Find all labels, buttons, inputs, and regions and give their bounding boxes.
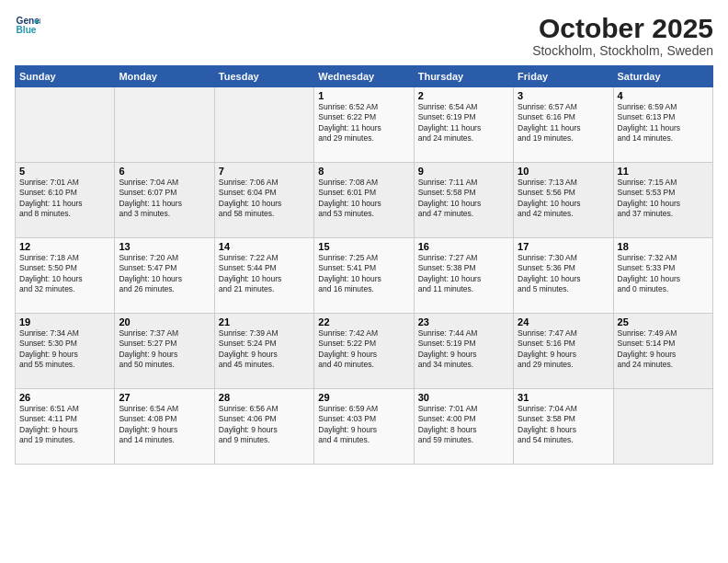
day-cell: 23Sunrise: 7:44 AM Sunset: 5:19 PM Dayli… xyxy=(414,314,513,389)
day-number: 10 xyxy=(518,166,609,177)
day-number: 18 xyxy=(618,241,709,252)
day-cell: 16Sunrise: 7:27 AM Sunset: 5:38 PM Dayli… xyxy=(414,238,513,314)
day-number: 14 xyxy=(219,241,310,252)
week-row-5: 26Sunrise: 6:51 AM Sunset: 4:11 PM Dayli… xyxy=(16,389,713,465)
day-number: 27 xyxy=(119,392,210,403)
week-row-4: 19Sunrise: 7:34 AM Sunset: 5:30 PM Dayli… xyxy=(16,314,713,389)
day-cell: 9Sunrise: 7:11 AM Sunset: 5:58 PM Daylig… xyxy=(414,163,513,238)
day-cell xyxy=(115,87,214,163)
day-cell: 26Sunrise: 6:51 AM Sunset: 4:11 PM Dayli… xyxy=(16,389,115,465)
calendar-title: October 2025 xyxy=(532,13,713,43)
day-number: 8 xyxy=(318,166,409,177)
day-number: 21 xyxy=(219,316,310,327)
day-info: Sunrise: 7:15 AM Sunset: 5:53 PM Dayligh… xyxy=(618,178,709,220)
day-cell: 11Sunrise: 7:15 AM Sunset: 5:53 PM Dayli… xyxy=(613,163,712,238)
day-cell: 4Sunrise: 6:59 AM Sunset: 6:13 PM Daylig… xyxy=(613,87,712,163)
day-info: Sunrise: 7:34 AM Sunset: 5:30 PM Dayligh… xyxy=(19,328,110,371)
day-cell: 1Sunrise: 6:52 AM Sunset: 6:22 PM Daylig… xyxy=(314,87,414,163)
calendar-table: SundayMondayTuesdayWednesdayThursdayFrid… xyxy=(15,65,713,465)
weekday-monday: Monday xyxy=(115,66,214,87)
day-number: 12 xyxy=(19,241,110,252)
day-cell: 27Sunrise: 6:54 AM Sunset: 4:08 PM Dayli… xyxy=(115,389,214,465)
logo-icon: General Blue xyxy=(15,13,40,39)
day-info: Sunrise: 6:51 AM Sunset: 4:11 PM Dayligh… xyxy=(19,404,110,446)
day-number: 13 xyxy=(119,241,210,252)
weekday-tuesday: Tuesday xyxy=(214,66,313,87)
day-number: 30 xyxy=(418,392,509,403)
day-info: Sunrise: 6:56 AM Sunset: 4:06 PM Dayligh… xyxy=(219,404,310,446)
day-cell: 10Sunrise: 7:13 AM Sunset: 5:56 PM Dayli… xyxy=(514,163,613,238)
day-number: 26 xyxy=(19,392,110,403)
day-cell: 15Sunrise: 7:25 AM Sunset: 5:41 PM Dayli… xyxy=(314,238,414,314)
day-info: Sunrise: 7:37 AM Sunset: 5:27 PM Dayligh… xyxy=(119,328,210,371)
day-cell: 5Sunrise: 7:01 AM Sunset: 6:10 PM Daylig… xyxy=(16,163,115,238)
day-info: Sunrise: 7:39 AM Sunset: 5:24 PM Dayligh… xyxy=(219,328,310,371)
day-info: Sunrise: 7:06 AM Sunset: 6:04 PM Dayligh… xyxy=(219,178,310,220)
day-number: 3 xyxy=(518,90,609,101)
day-info: Sunrise: 6:54 AM Sunset: 4:08 PM Dayligh… xyxy=(119,404,210,446)
day-info: Sunrise: 7:01 AM Sunset: 4:00 PM Dayligh… xyxy=(418,404,509,446)
day-info: Sunrise: 6:54 AM Sunset: 6:19 PM Dayligh… xyxy=(418,102,509,144)
day-cell: 18Sunrise: 7:32 AM Sunset: 5:33 PM Dayli… xyxy=(613,238,712,314)
day-number: 15 xyxy=(318,241,409,252)
day-cell: 29Sunrise: 6:59 AM Sunset: 4:03 PM Dayli… xyxy=(314,389,414,465)
day-info: Sunrise: 7:18 AM Sunset: 5:50 PM Dayligh… xyxy=(19,253,110,295)
day-number: 19 xyxy=(19,316,110,327)
day-cell xyxy=(16,87,115,163)
day-info: Sunrise: 7:22 AM Sunset: 5:44 PM Dayligh… xyxy=(219,253,310,295)
day-cell: 24Sunrise: 7:47 AM Sunset: 5:16 PM Dayli… xyxy=(514,314,613,389)
day-cell: 8Sunrise: 7:08 AM Sunset: 6:01 PM Daylig… xyxy=(314,163,414,238)
day-number: 1 xyxy=(318,90,409,101)
day-cell: 30Sunrise: 7:01 AM Sunset: 4:00 PM Dayli… xyxy=(414,389,513,465)
day-info: Sunrise: 7:32 AM Sunset: 5:33 PM Dayligh… xyxy=(618,253,709,295)
day-cell: 6Sunrise: 7:04 AM Sunset: 6:07 PM Daylig… xyxy=(115,163,214,238)
day-cell: 28Sunrise: 6:56 AM Sunset: 4:06 PM Dayli… xyxy=(214,389,313,465)
day-cell: 12Sunrise: 7:18 AM Sunset: 5:50 PM Dayli… xyxy=(16,238,115,314)
day-cell xyxy=(613,389,712,465)
day-cell: 7Sunrise: 7:06 AM Sunset: 6:04 PM Daylig… xyxy=(214,163,313,238)
day-number: 23 xyxy=(418,316,509,327)
day-number: 22 xyxy=(318,316,409,327)
day-cell: 13Sunrise: 7:20 AM Sunset: 5:47 PM Dayli… xyxy=(115,238,214,314)
day-info: Sunrise: 7:08 AM Sunset: 6:01 PM Dayligh… xyxy=(318,178,409,220)
day-info: Sunrise: 7:13 AM Sunset: 5:56 PM Dayligh… xyxy=(518,178,609,220)
day-number: 2 xyxy=(418,90,509,101)
title-block: October 2025 Stockholm, Stockholm, Swede… xyxy=(532,13,713,58)
day-cell: 17Sunrise: 7:30 AM Sunset: 5:36 PM Dayli… xyxy=(514,238,613,314)
day-info: Sunrise: 6:57 AM Sunset: 6:16 PM Dayligh… xyxy=(518,102,609,144)
calendar-subtitle: Stockholm, Stockholm, Sweden xyxy=(532,43,713,58)
day-info: Sunrise: 7:20 AM Sunset: 5:47 PM Dayligh… xyxy=(119,253,210,295)
week-row-1: 1Sunrise: 6:52 AM Sunset: 6:22 PM Daylig… xyxy=(16,87,713,163)
day-cell: 22Sunrise: 7:42 AM Sunset: 5:22 PM Dayli… xyxy=(314,314,414,389)
day-cell: 20Sunrise: 7:37 AM Sunset: 5:27 PM Dayli… xyxy=(115,314,214,389)
day-cell: 14Sunrise: 7:22 AM Sunset: 5:44 PM Dayli… xyxy=(214,238,313,314)
day-number: 17 xyxy=(518,241,609,252)
day-info: Sunrise: 7:49 AM Sunset: 5:14 PM Dayligh… xyxy=(618,328,709,371)
weekday-wednesday: Wednesday xyxy=(314,66,414,87)
day-number: 9 xyxy=(418,166,509,177)
day-number: 16 xyxy=(418,241,509,252)
day-info: Sunrise: 7:27 AM Sunset: 5:38 PM Dayligh… xyxy=(418,253,509,295)
day-number: 31 xyxy=(518,392,609,403)
day-info: Sunrise: 6:59 AM Sunset: 4:03 PM Dayligh… xyxy=(318,404,409,446)
page: General Blue October 2025 Stockholm, Sto… xyxy=(0,0,728,563)
day-info: Sunrise: 7:44 AM Sunset: 5:19 PM Dayligh… xyxy=(418,328,509,371)
day-number: 11 xyxy=(618,166,709,177)
day-info: Sunrise: 6:59 AM Sunset: 6:13 PM Dayligh… xyxy=(618,102,709,144)
day-info: Sunrise: 7:47 AM Sunset: 5:16 PM Dayligh… xyxy=(518,328,609,371)
day-cell xyxy=(214,87,313,163)
day-cell: 25Sunrise: 7:49 AM Sunset: 5:14 PM Dayli… xyxy=(613,314,712,389)
header: General Blue October 2025 Stockholm, Sto… xyxy=(15,13,713,58)
day-number: 29 xyxy=(318,392,409,403)
day-info: Sunrise: 7:42 AM Sunset: 5:22 PM Dayligh… xyxy=(318,328,409,371)
day-cell: 21Sunrise: 7:39 AM Sunset: 5:24 PM Dayli… xyxy=(214,314,313,389)
day-number: 6 xyxy=(119,166,210,177)
day-cell: 2Sunrise: 6:54 AM Sunset: 6:19 PM Daylig… xyxy=(414,87,513,163)
week-row-3: 12Sunrise: 7:18 AM Sunset: 5:50 PM Dayli… xyxy=(16,238,713,314)
day-number: 4 xyxy=(618,90,709,101)
calendar-header: SundayMondayTuesdayWednesdayThursdayFrid… xyxy=(16,66,713,87)
day-info: Sunrise: 7:04 AM Sunset: 3:58 PM Dayligh… xyxy=(518,404,609,446)
weekday-friday: Friday xyxy=(514,66,613,87)
day-cell: 3Sunrise: 6:57 AM Sunset: 6:16 PM Daylig… xyxy=(514,87,613,163)
day-number: 28 xyxy=(219,392,310,403)
